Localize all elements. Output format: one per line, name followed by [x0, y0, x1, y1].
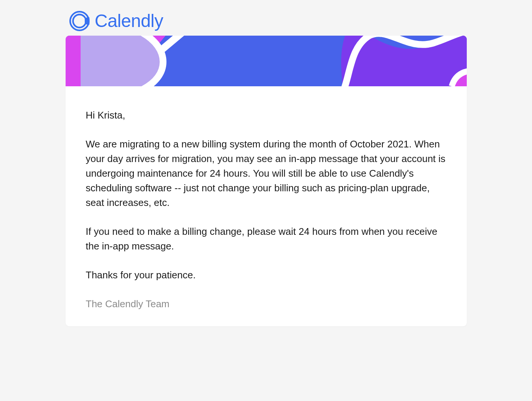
signature: The Calendly Team [86, 297, 447, 311]
brand-name: Calendly [95, 11, 163, 31]
brand-logo: Calendly [66, 8, 467, 36]
hero-banner [66, 36, 467, 86]
svg-rect-4 [66, 36, 81, 86]
greeting: Hi Krista, [86, 108, 447, 123]
email-body: Hi Krista, We are migrating to a new bil… [66, 86, 467, 326]
calendly-logo-icon [69, 11, 90, 31]
svg-point-1 [73, 14, 86, 27]
email-container: Calendly Hi Krista, We are migra [66, 8, 467, 326]
email-card: Hi Krista, We are migrating to a new bil… [66, 36, 467, 326]
paragraph-instruction: If you need to make a billing change, pl… [86, 224, 447, 254]
paragraph-thanks: Thanks for your patience. [86, 268, 447, 282]
paragraph-migration-notice: We are migrating to a new billing system… [86, 137, 447, 210]
